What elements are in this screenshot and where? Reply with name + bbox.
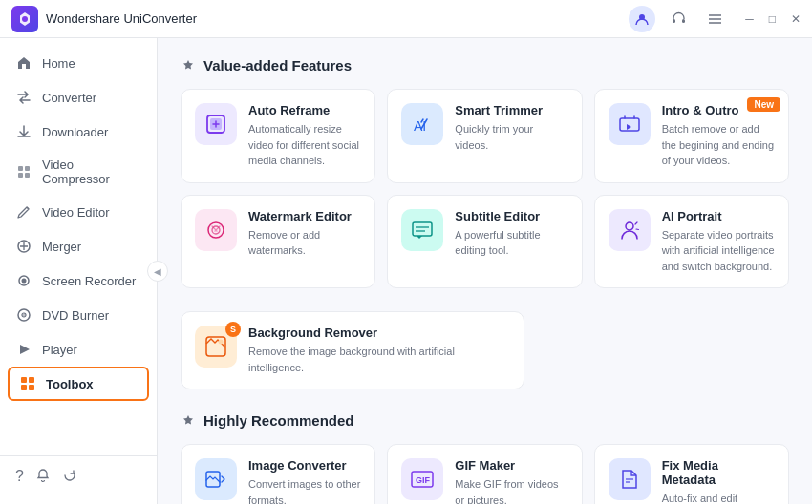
sidebar-dvd-label: DVD Burner bbox=[42, 308, 109, 323]
sidebar-item-video-editor[interactable]: Video Editor bbox=[0, 195, 157, 229]
fix-media-metadata-desc: Auto-fix and edit metadata of media file… bbox=[662, 491, 775, 504]
svg-rect-20 bbox=[29, 385, 34, 390]
background-remover-text: Background Remover Remove the image back… bbox=[248, 326, 510, 375]
svg-rect-2 bbox=[673, 19, 675, 23]
menu-icon[interactable] bbox=[701, 6, 728, 32]
title-bar-controls: ─ □ ✕ bbox=[629, 6, 801, 32]
sidebar-editor-label: Video Editor bbox=[42, 205, 110, 220]
value-added-grid: Auto Reframe Automatically resize video … bbox=[181, 89, 789, 288]
toolbox-icon bbox=[19, 375, 36, 392]
user-icon[interactable] bbox=[629, 6, 655, 32]
sidebar-item-downloader[interactable]: Downloader bbox=[0, 115, 157, 149]
fix-media-metadata-card[interactable]: Fix Media Metadata Auto-fix and edit met… bbox=[594, 444, 789, 504]
subtitle-editor-icon bbox=[401, 209, 443, 251]
watermark-editor-title: Watermark Editor bbox=[248, 209, 361, 223]
smart-trimmer-desc: Quickly trim your videos. bbox=[455, 121, 567, 153]
svg-point-13 bbox=[22, 279, 27, 284]
ai-portrait-desc: Separate video portraits with artificial… bbox=[662, 227, 775, 275]
sidebar-recorder-label: Screen Recorder bbox=[42, 274, 136, 288]
auto-reframe-icon bbox=[195, 103, 237, 145]
svg-point-16 bbox=[23, 314, 25, 316]
sidebar-toolbox-label: Toolbox bbox=[46, 377, 94, 391]
smart-trimmer-card[interactable]: AI Smart Trimmer Quickly trim your video… bbox=[387, 89, 582, 183]
subtitle-editor-text: Subtitle Editor A powerful subtitle edit… bbox=[455, 209, 567, 259]
sidebar-compressor-label: Video Compressor bbox=[42, 158, 141, 186]
svg-text:GIF: GIF bbox=[416, 475, 431, 485]
minimize-button[interactable]: ─ bbox=[745, 12, 754, 26]
value-added-section-title: Value-added Features bbox=[181, 57, 789, 74]
subtitle-editor-title: Subtitle Editor bbox=[455, 209, 567, 223]
svg-rect-17 bbox=[21, 377, 27, 383]
intro-outro-card[interactable]: New Intro & Outro Batch remove or add th… bbox=[594, 89, 789, 183]
sidebar-merger-label: Merger bbox=[42, 240, 81, 254]
editor-icon bbox=[15, 203, 32, 220]
fix-media-metadata-text: Fix Media Metadata Auto-fix and edit met… bbox=[662, 458, 775, 504]
image-converter-text: Image Converter Convert images to other … bbox=[248, 458, 361, 504]
smart-trimmer-icon: AI bbox=[401, 103, 443, 145]
sidebar-item-dvd-burner[interactable]: DVD Burner bbox=[0, 298, 157, 332]
auto-reframe-card[interactable]: Auto Reframe Automatically resize video … bbox=[181, 89, 375, 183]
gif-maker-icon: GIF bbox=[401, 458, 443, 500]
background-remover-icon-wrap: S bbox=[195, 326, 237, 368]
svg-point-30 bbox=[626, 222, 633, 230]
auto-reframe-title: Auto Reframe bbox=[248, 103, 361, 117]
background-remover-badge: S bbox=[225, 322, 241, 337]
notification-icon[interactable] bbox=[35, 468, 51, 485]
svg-rect-19 bbox=[21, 385, 27, 390]
compressor-icon bbox=[15, 163, 32, 180]
wide-cards-section: S Background Remover Remove the image ba… bbox=[181, 311, 789, 389]
ai-portrait-icon bbox=[609, 209, 651, 251]
sidebar-item-video-compressor[interactable]: Video Compressor bbox=[0, 149, 157, 195]
player-icon bbox=[15, 341, 32, 358]
background-remover-desc: Remove the image background with artific… bbox=[248, 344, 510, 375]
sidebar-bottom: ? bbox=[0, 455, 157, 496]
gif-maker-text: GIF Maker Make GIF from videos or pictur… bbox=[455, 458, 567, 504]
watermark-editor-card[interactable]: Watermark Editor Remove or add watermark… bbox=[181, 195, 375, 289]
title-bar: Wondershare UniConverter ─ □ ✕ bbox=[0, 0, 812, 38]
sidebar-home-label: Home bbox=[42, 56, 75, 71]
sidebar-item-toolbox[interactable]: Toolbox bbox=[8, 367, 149, 401]
sidebar-item-converter[interactable]: Converter bbox=[0, 80, 157, 115]
auto-reframe-desc: Automatically resize video for different… bbox=[248, 121, 361, 169]
intro-outro-text: Intro & Outro Batch remove or add the be… bbox=[662, 103, 775, 169]
home-icon bbox=[15, 54, 32, 72]
svg-point-32 bbox=[219, 340, 224, 345]
svg-rect-31 bbox=[206, 337, 225, 356]
sidebar-player-label: Player bbox=[42, 343, 77, 357]
smart-trimmer-title: Smart Trimmer bbox=[455, 103, 567, 117]
ai-portrait-card[interactable]: AI Portrait Separate video portraits wit… bbox=[594, 195, 789, 289]
svg-rect-18 bbox=[29, 377, 34, 383]
headset-icon[interactable] bbox=[665, 6, 692, 32]
value-added-section-icon bbox=[181, 58, 196, 74]
maximize-button[interactable]: □ bbox=[769, 12, 776, 26]
svg-text:AI: AI bbox=[414, 118, 426, 134]
background-remover-card[interactable]: S Background Remover Remove the image ba… bbox=[181, 311, 524, 389]
sidebar-item-screen-recorder[interactable]: Screen Recorder bbox=[0, 263, 157, 298]
image-converter-card[interactable]: Image Converter Convert images to other … bbox=[181, 444, 375, 504]
ai-portrait-text: AI Portrait Separate video portraits wit… bbox=[662, 209, 775, 275]
recommended-title-text: Highly Recommended bbox=[203, 412, 354, 429]
fix-media-metadata-icon bbox=[609, 458, 651, 500]
refresh-icon[interactable] bbox=[62, 468, 77, 485]
svg-rect-9 bbox=[18, 173, 23, 178]
gif-maker-desc: Make GIF from videos or pictures. bbox=[455, 476, 567, 504]
watermark-editor-icon bbox=[195, 209, 237, 251]
help-icon[interactable]: ? bbox=[15, 468, 24, 485]
merger-icon bbox=[15, 238, 32, 255]
subtitle-editor-card[interactable]: Subtitle Editor A powerful subtitle edit… bbox=[387, 195, 582, 289]
svg-rect-3 bbox=[682, 19, 685, 23]
recommended-section-icon bbox=[181, 413, 196, 429]
gif-maker-card[interactable]: GIF GIF Maker Make GIF from videos or pi… bbox=[387, 444, 582, 504]
svg-rect-8 bbox=[25, 166, 30, 171]
sidebar-item-home[interactable]: Home bbox=[0, 46, 157, 80]
background-remover-title: Background Remover bbox=[248, 326, 510, 340]
close-button[interactable]: ✕ bbox=[791, 12, 801, 26]
sidebar-item-merger[interactable]: Merger bbox=[0, 229, 157, 263]
ai-portrait-title: AI Portrait bbox=[662, 209, 775, 223]
app-body: Home Converter Downloader bbox=[0, 38, 812, 504]
sidebar-item-player[interactable]: Player bbox=[0, 332, 157, 367]
intro-outro-desc: Batch remove or add the begining and end… bbox=[662, 121, 775, 169]
svg-rect-7 bbox=[18, 166, 23, 171]
collapse-sidebar-button[interactable]: ◀ bbox=[147, 261, 168, 282]
window-controls: ─ □ ✕ bbox=[745, 12, 801, 26]
